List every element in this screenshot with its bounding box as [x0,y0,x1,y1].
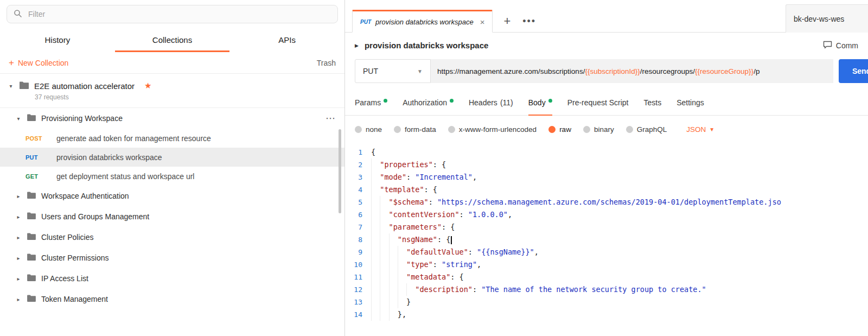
indent-guide [371,171,380,183]
chevron-down-icon[interactable]: ▾ [15,116,22,122]
code-line[interactable]: 9"defaultValue": "{{nsgName}}", [345,246,868,258]
body-code-editor[interactable]: 1{2"properties": {3"mode": "Incremental"… [345,143,868,336]
environment-selector[interactable]: bk-dev-ws-wes [786,4,868,33]
json-key: "properties" [380,160,433,169]
json-punctuation: : { [442,223,455,231]
url-text: https://management.azure.com/subscriptio… [437,67,585,75]
request-item[interactable]: GET get deployment status and workspace … [0,167,344,186]
radio-graphql[interactable]: GraphQL [626,125,667,134]
more-options-icon[interactable]: ⋯ [326,112,336,124]
tab-body[interactable]: Body [528,91,552,116]
code-line[interactable]: 10"type": "string", [345,258,868,271]
url-input[interactable]: https://management.azure.com/subscriptio… [431,59,833,83]
radio-none[interactable]: none [355,125,382,134]
json-key: "nsgName" [398,235,437,244]
send-button[interactable]: Send [839,59,868,83]
tab-params[interactable]: Params [355,91,387,116]
method-dropdown[interactable]: PUT ▼ [355,59,431,83]
trash-button[interactable]: Trash [317,59,336,67]
radio-label: x-www-form-urlencoded [459,125,537,134]
radio-form-data[interactable]: form-data [394,125,436,134]
code-line[interactable]: 2"properties": { [345,159,868,171]
language-dropdown[interactable]: JSON ▼ [686,125,714,134]
chevron-down-icon: ▼ [417,68,423,74]
code-line[interactable]: 6"contentVersion": "1.0.0.0", [345,208,868,221]
filter-input[interactable] [27,9,331,19]
chevron-right-icon[interactable]: ▸ [15,193,22,199]
code-line[interactable]: 5"$schema": "https://schema.management.a… [345,196,868,208]
indent-guide [371,183,380,196]
request-item[interactable]: POST generate aad token for management r… [0,129,344,148]
chevron-right-icon[interactable]: ▶ [355,43,359,48]
code-line[interactable]: 14}, [345,308,868,321]
code-line[interactable]: 8"nsgName": { [345,233,868,246]
tab-prerequest-script[interactable]: Pre-request Script [567,91,629,116]
folder-label: Cluster Policies [41,233,93,242]
request-section-tabs: Params Authorization Headers (11) Body P… [345,91,868,116]
json-punctuation: , [473,173,477,181]
code-line[interactable]: 12"description": "The name of the networ… [345,283,868,296]
star-icon[interactable]: ★ [144,81,151,91]
json-key: "contentVersion" [389,210,459,219]
json-punctuation: : { [450,272,463,281]
code-line[interactable]: 7"parameters": { [345,221,868,233]
chevron-right-icon[interactable]: ▸ [15,234,22,240]
filter-box[interactable] [7,5,338,23]
json-string: "Incremental" [415,173,473,181]
comments-label: Comm [836,41,858,50]
code-text: "$schema": "https://schema.management.az… [371,196,781,208]
tab-collections[interactable]: Collections [115,28,230,52]
radio-urlencoded[interactable]: x-www-form-urlencoded [448,125,537,134]
plus-icon: + [9,58,14,67]
code-text: "description": "The name of the network … [371,283,706,296]
postman-app: History Collections APIs + New Collectio… [0,0,868,336]
code-text: { [371,146,375,159]
code-line[interactable]: 13} [345,296,868,308]
open-request-tab[interactable]: PUT provision databricks workspace × [352,10,493,33]
tab-headers[interactable]: Headers (11) [469,91,513,116]
request-item-selected[interactable]: PUT provision databricks workspace [0,148,344,167]
code-line[interactable]: 1{ [345,146,868,159]
tab-tests[interactable]: Tests [643,91,661,116]
code-line[interactable]: 11"metadata": { [345,271,868,283]
new-collection-button[interactable]: + New Collection [9,58,68,67]
code-line[interactable]: 4"template": { [345,183,868,196]
comments-button[interactable]: Comm [823,41,858,50]
close-icon[interactable]: × [480,17,485,27]
tab-authorization[interactable]: Authorization [403,91,454,116]
radio-raw[interactable]: raw [548,125,571,134]
chevron-right-icon[interactable]: ▸ [15,276,22,282]
tab-apis[interactable]: APIs [229,28,344,52]
chevron-right-icon[interactable]: ▸ [15,214,22,220]
folder-provisioning-workspace[interactable]: ▾ Provisioning Workspace ⋯ [0,108,344,129]
sidebar: History Collections APIs + New Collectio… [0,0,345,336]
folder-ip-access-list[interactable]: ▸ IP Access List [0,268,344,289]
tab-history[interactable]: History [0,28,115,52]
folder-users-and-groups[interactable]: ▸ Users and Groups Management [0,206,344,227]
folder-cluster-permissions[interactable]: ▸ Cluster Permissions [0,248,344,268]
json-punctuation: : { [424,185,437,194]
indent-guide [380,246,388,258]
green-status-dot [384,99,387,103]
radio-label: none [366,125,382,134]
collection-header[interactable]: ▾ E2E automation accelerator ★ 37 reques… [0,74,344,108]
json-punctuation: : [433,260,442,269]
request-title-row: ▶ provision databricks workspace Comm [345,33,868,58]
folder-cluster-policies[interactable]: ▸ Cluster Policies [0,227,344,248]
add-tab-button[interactable]: + [503,15,510,27]
chevron-right-icon[interactable]: ▸ [15,296,22,302]
line-number: 1 [345,146,371,159]
chevron-down-icon[interactable]: ▾ [8,83,14,89]
code-line[interactable]: 3"mode": "Incremental", [345,171,868,183]
tab-options-icon[interactable]: ••• [522,16,536,26]
tab-settings[interactable]: Settings [676,91,704,116]
sidebar-scrollbar[interactable] [339,129,341,213]
folder-icon [27,274,36,283]
indent-guide [380,208,388,221]
folder-token-management[interactable]: ▸ Token Management [0,289,344,309]
radio-binary[interactable]: binary [583,125,614,134]
headers-count: (11) [500,98,513,107]
folder-workspace-authentication[interactable]: ▸ Workspace Authentication [0,186,344,206]
chevron-right-icon[interactable]: ▸ [15,255,22,261]
request-name: generate aad token for management resour… [56,134,211,143]
